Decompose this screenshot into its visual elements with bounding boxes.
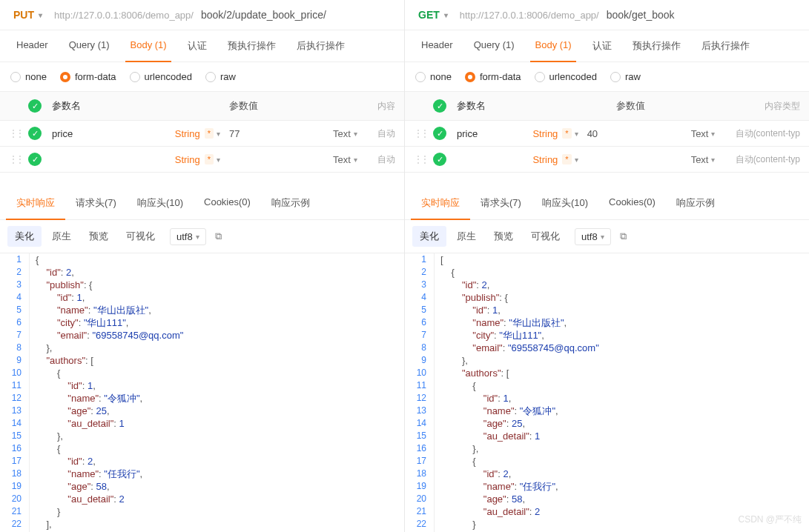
code-line: 6 "city": "华山111", [0, 316, 404, 329]
url-base[interactable]: http://127.0.0.1:8006/demo_app/ [54, 10, 194, 21]
tab-live-response[interactable]: 实时响应 [411, 187, 470, 220]
response-body[interactable]: 1[2 {3 "id": 2,4 "publish": {5 "id": 1,6… [405, 253, 809, 532]
radio-form-data[interactable]: form-data [60, 71, 116, 82]
tab-header[interactable]: Header [411, 30, 463, 61]
code-line: 8 "email": "69558745@qq.com" [405, 342, 809, 354]
line-number: 4 [0, 291, 30, 304]
tab-cookies[interactable]: Cookies(0) [194, 187, 261, 219]
request-tabs: Header Query (1) Body (1) 认证 预执行操作 后执行操作 [0, 30, 404, 62]
drag-handle-icon[interactable]: ⋮⋮ [9, 128, 22, 139]
radio-urlencoded[interactable]: urlencoded [130, 71, 192, 82]
tab-auth[interactable]: 认证 [582, 30, 622, 61]
btn-visual[interactable]: 可视化 [524, 226, 567, 247]
col-content-header: 内容 [377, 100, 395, 113]
tab-post[interactable]: 后执行操作 [286, 30, 355, 61]
col-value-header: 参数值 [229, 99, 333, 113]
encoding-select[interactable]: utf8 ▾ [170, 228, 206, 245]
chevron-down-icon[interactable]: ▾ [575, 156, 578, 164]
tab-example[interactable]: 响应示例 [261, 187, 320, 219]
param-type[interactable]: String [175, 154, 200, 165]
response-tabs: 实时响应 请求头(7) 响应头(10) Cookies(0) 响应示例 [405, 187, 809, 220]
method-select[interactable]: PUT ▾ [7, 6, 48, 24]
tab-live-response[interactable]: 实时响应 [6, 187, 65, 220]
tab-post[interactable]: 后执行操作 [691, 30, 760, 61]
chevron-down-icon[interactable]: ▾ [575, 130, 578, 138]
tab-example[interactable]: 响应示例 [666, 187, 725, 219]
code-line: 2 { [405, 266, 809, 279]
params-header: ⋮⋮ ✓ 参数名 参数值 内容 [0, 91, 404, 121]
url-path[interactable]: book/2/update_book_price/ [201, 9, 326, 21]
line-number: 9 [0, 354, 30, 367]
method-select[interactable]: GET ▾ [412, 6, 454, 24]
copy-icon[interactable]: ⧉ [620, 230, 627, 242]
chevron-down-icon[interactable]: ▾ [217, 156, 220, 164]
param-value[interactable]: 40 [587, 128, 691, 139]
check-all-icon[interactable]: ✓ [28, 99, 42, 113]
tab-body[interactable]: Body (1) [525, 30, 582, 61]
url-base[interactable]: http://127.0.0.1:8006/demo_app/ [460, 10, 599, 21]
drag-handle-icon[interactable]: ⋮⋮ [414, 128, 427, 139]
check-icon[interactable]: ✓ [433, 127, 446, 140]
tab-header[interactable]: Header [6, 30, 59, 61]
btn-beautify[interactable]: 美化 [7, 226, 42, 247]
drag-handle-icon[interactable]: ⋮⋮ [9, 154, 22, 164]
copy-icon[interactable]: ⧉ [215, 230, 222, 242]
response-body[interactable]: 1{2 "id": 2,3 "publish": {4 "id": 1,5 "n… [0, 253, 404, 532]
drag-handle-icon[interactable]: ⋮⋮ [414, 154, 427, 164]
chevron-down-icon[interactable]: ▾ [217, 130, 220, 138]
tab-request-headers[interactable]: 请求头(7) [65, 187, 127, 219]
btn-raw[interactable]: 原生 [449, 226, 483, 247]
param-content[interactable]: 自动 [377, 127, 395, 140]
btn-raw[interactable]: 原生 [44, 226, 79, 247]
check-icon[interactable]: ✓ [433, 153, 446, 166]
chevron-down-icon: ▾ [196, 233, 199, 241]
code-line: 14 "au_detail": 1 [0, 417, 404, 430]
tab-pre[interactable]: 预执行操作 [622, 30, 691, 61]
line-number: 12 [405, 392, 435, 405]
radio-urlencoded[interactable]: urlencoded [535, 71, 597, 82]
check-all-icon[interactable]: ✓ [433, 99, 446, 113]
line-number: 18 [0, 468, 30, 480]
line-number: 3 [0, 279, 30, 291]
param-texttype[interactable]: Text ▾ [333, 154, 377, 165]
tab-cookies[interactable]: Cookies(0) [598, 187, 666, 219]
check-icon[interactable]: ✓ [28, 127, 42, 140]
code-line: 9 "authors": [ [0, 354, 404, 367]
btn-visual[interactable]: 可视化 [119, 226, 162, 247]
tab-auth[interactable]: 认证 [177, 30, 217, 61]
param-name[interactable]: price [457, 128, 532, 139]
param-type[interactable]: String [532, 128, 558, 139]
radio-none[interactable]: none [10, 71, 47, 82]
param-name[interactable]: price [52, 128, 175, 139]
radio-raw[interactable]: raw [610, 71, 641, 82]
btn-preview[interactable]: 预览 [486, 226, 521, 247]
tab-request-headers[interactable]: 请求头(7) [470, 187, 532, 219]
btn-beautify[interactable]: 美化 [412, 226, 446, 247]
param-texttype[interactable]: Text ▾ [691, 154, 736, 165]
code-line: 13 "name": "令狐冲", [405, 405, 809, 417]
param-type[interactable]: String [532, 154, 558, 165]
radio-raw[interactable]: raw [205, 71, 236, 82]
check-icon[interactable]: ✓ [28, 153, 42, 166]
param-texttype[interactable]: Text ▾ [333, 128, 377, 139]
param-type[interactable]: String [175, 128, 200, 139]
tab-query[interactable]: Query (1) [463, 30, 525, 61]
code-line: 12 "id": 1, [405, 392, 809, 405]
tab-query[interactable]: Query (1) [59, 30, 120, 61]
param-content[interactable]: 自动(content-typ [736, 153, 800, 166]
tab-body[interactable]: Body (1) [120, 30, 177, 61]
param-texttype[interactable]: Text ▾ [691, 128, 736, 139]
tab-response-headers[interactable]: 响应头(10) [127, 187, 194, 219]
param-content[interactable]: 自动 [377, 153, 395, 166]
radio-none[interactable]: none [415, 71, 452, 82]
param-content[interactable]: 自动(content-typ [736, 127, 800, 140]
encoding-select[interactable]: utf8 ▾ [575, 228, 611, 245]
btn-preview[interactable]: 预览 [82, 226, 116, 247]
tab-pre[interactable]: 预执行操作 [217, 30, 286, 61]
tab-response-headers[interactable]: 响应头(10) [532, 187, 598, 219]
radio-form-data[interactable]: form-data [465, 71, 521, 82]
line-number: 21 [405, 505, 435, 518]
param-value[interactable]: 77 [229, 128, 333, 139]
line-number: 12 [0, 392, 30, 405]
url-path[interactable]: book/get_book [607, 9, 675, 21]
